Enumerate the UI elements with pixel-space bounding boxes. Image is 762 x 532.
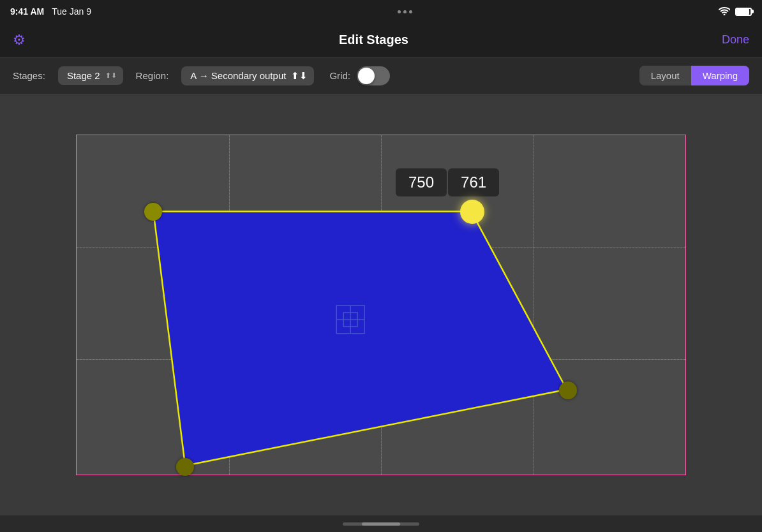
title-bar-left[interactable]: ⚙	[13, 32, 26, 48]
coord-x: 750	[396, 168, 447, 196]
handle-top-right[interactable]	[460, 200, 484, 224]
grid-line-h1	[77, 248, 685, 248]
dot1	[398, 10, 401, 13]
grid-label: Grid:	[329, 70, 350, 81]
title-bar: ⚙ Edit Stages Done	[0, 23, 762, 57]
move-icon	[336, 306, 364, 334]
scrollbar-area	[0, 515, 762, 532]
layout-button[interactable]: Layout	[639, 66, 691, 85]
status-right	[719, 6, 752, 17]
status-date: Tue Jan 9	[52, 6, 91, 17]
warping-button[interactable]: Warping	[691, 66, 749, 85]
page-title: Edit Stages	[339, 33, 408, 47]
warp-polygon-svg	[77, 135, 685, 475]
grid-section: Grid:	[329, 66, 390, 85]
battery-fill	[736, 9, 749, 15]
dot2	[403, 10, 407, 13]
handle-bottom-right[interactable]	[559, 381, 577, 399]
region-value: A → Secondary output	[190, 70, 286, 81]
status-time: 9:41 AM	[10, 6, 44, 17]
grid-line-v1	[229, 135, 230, 475]
canvas-viewport[interactable]: 750 761	[76, 135, 686, 475]
status-center-dots	[398, 10, 412, 13]
warp-polygon	[153, 212, 567, 466]
canvas-area: 750 761	[0, 94, 762, 515]
grid-lines	[77, 135, 685, 475]
status-bar: 9:41 AM Tue Jan 9	[0, 0, 762, 23]
layout-warping-switcher: Layout Warping	[639, 66, 749, 85]
grid-line-h2	[77, 359, 685, 360]
stages-dropdown[interactable]: Stage 2 ⬆⬇	[58, 66, 123, 85]
scrollbar-thumb[interactable]	[362, 522, 400, 526]
coord-display: 750 761	[396, 168, 499, 196]
stages-label: Stages:	[13, 70, 45, 81]
done-button[interactable]: Done	[722, 33, 749, 47]
toggle-knob	[358, 68, 375, 84]
grid-line-v3	[534, 135, 534, 475]
toolbar: Stages: Stage 2 ⬆⬇ Region: A → Secondary…	[0, 57, 762, 94]
coord-y: 761	[448, 168, 499, 196]
dot3	[409, 10, 412, 13]
region-chevron-icon: ⬆⬇	[291, 70, 308, 82]
stages-chevron-icon: ⬆⬇	[105, 71, 117, 80]
svg-rect-0	[336, 306, 364, 334]
svg-rect-1	[343, 313, 357, 327]
handle-top-left[interactable]	[144, 203, 162, 221]
stages-value: Stage 2	[67, 70, 100, 81]
scrollbar-track[interactable]	[343, 522, 419, 526]
handle-bottom-left[interactable]	[176, 458, 194, 476]
status-left: 9:41 AM Tue Jan 9	[10, 6, 91, 17]
region-dropdown[interactable]: A → Secondary output ⬆⬇	[181, 66, 314, 85]
gear-icon[interactable]: ⚙	[13, 32, 26, 48]
grid-toggle[interactable]	[357, 66, 390, 85]
grid-line-v2	[381, 135, 382, 475]
region-label: Region:	[136, 70, 169, 81]
wifi-icon	[719, 6, 730, 17]
battery-icon	[735, 8, 752, 16]
